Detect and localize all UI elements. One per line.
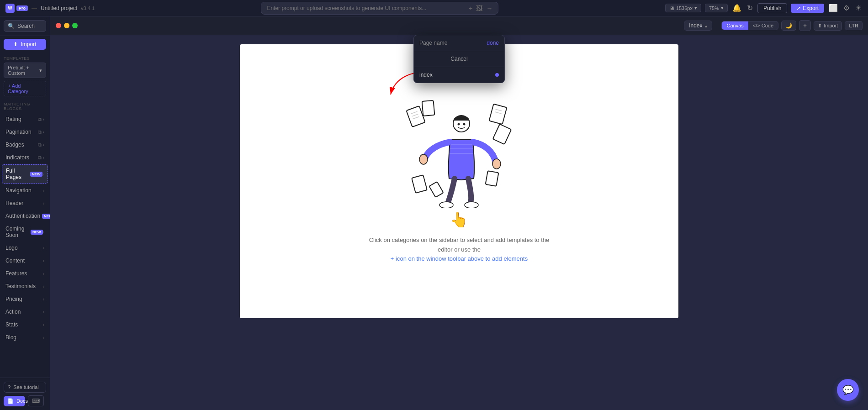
sidebar-item-indicators[interactable]: Indicators ⧉ › <box>2 152 48 163</box>
svg-rect-5 <box>489 104 507 124</box>
sidebar-item-label: Pricing <box>5 296 22 302</box>
svg-point-17 <box>465 202 478 208</box>
device-width: 1536px <box>676 5 693 11</box>
sidebar-item-pagination[interactable]: Pagination ⧉ › <box>2 126 48 138</box>
sidebar-item-label: Action <box>5 309 21 315</box>
topbar-center: + 🖼 → <box>98 2 662 15</box>
pointing-hand-emoji: 👆 <box>450 211 468 228</box>
new-badge: NEW <box>31 230 43 235</box>
notifications-icon[interactable]: 🔔 <box>731 3 742 13</box>
settings-icon[interactable]: ⚙ <box>842 3 851 13</box>
theme-icon[interactable]: ☀ <box>854 3 863 13</box>
ltr-button[interactable]: LTR <box>845 21 863 30</box>
tablet-icon[interactable]: ⬜ <box>828 3 839 13</box>
refresh-icon[interactable]: ↻ <box>746 3 754 13</box>
canvas-code-toggle: Canvas </> Code <box>721 21 778 30</box>
dark-mode-button[interactable]: 🌙 <box>781 21 796 31</box>
sidebar-item-coming-soon[interactable]: Coming Soon NEW › <box>2 223 48 241</box>
chevron-right-icon: › <box>42 155 44 161</box>
question-icon: ? <box>8 384 11 390</box>
sidebar-item-pricing[interactable]: Pricing › <box>2 293 48 305</box>
sidebar-item-action[interactable]: Action › <box>2 306 48 318</box>
sidebar-item-label: Blog <box>5 334 16 341</box>
pro-badge: Pro <box>16 5 28 11</box>
monitor-icon: 🖥 <box>669 5 674 11</box>
window-chrome: Index ▴ Canvas </> Code 🌙 + ⬆ Import LTR <box>50 16 868 35</box>
done-button[interactable]: done <box>487 40 499 46</box>
svg-point-18 <box>458 123 460 125</box>
sidebar-item-navigation[interactable]: Navigation › <box>2 184 48 196</box>
chevron-right-icon: › <box>42 172 44 177</box>
chevron-right-icon: › <box>43 201 44 206</box>
upload-icon: ⬆ <box>818 23 822 29</box>
sidebar-item-rating[interactable]: Rating ⧉ › <box>2 113 48 125</box>
docs-icon: 📄 <box>7 398 14 404</box>
sidebar-item-label: Header <box>5 200 23 206</box>
svg-rect-11 <box>486 171 499 186</box>
chat-bubble-button[interactable]: 💬 <box>837 379 859 401</box>
chevron-right-icon: › <box>43 271 44 276</box>
sidebar-item-label: Badges <box>5 142 24 148</box>
search-button[interactable]: 🔍 Search <box>4 20 46 32</box>
page-selector-label: Index <box>689 22 702 29</box>
sidebar-item-features[interactable]: Features › <box>2 268 48 279</box>
sidebar-item-stats[interactable]: Stats › <box>2 319 48 331</box>
prompt-input[interactable] <box>267 5 465 11</box>
sidebar-item-blog[interactable]: Blog › <box>2 331 48 343</box>
prompt-bar[interactable]: + 🖼 → <box>261 2 498 15</box>
see-tutorial-button[interactable]: ? See tutorial <box>4 382 46 393</box>
chevron-right-icon: › <box>43 310 44 315</box>
export-button[interactable]: ↗ Export <box>791 4 824 13</box>
sidebar-footer: ? See tutorial 📄 Docs ⌨ <box>0 378 50 410</box>
svg-point-19 <box>463 123 466 125</box>
sidebar-item-authentication[interactable]: Authentication NEW › <box>2 210 48 222</box>
import-button[interactable]: ⬆ Import <box>4 39 46 50</box>
templates-label: TEMPLATES <box>0 53 50 63</box>
close-traffic-light[interactable] <box>56 23 61 28</box>
minimize-traffic-light[interactable] <box>64 23 69 28</box>
import-window-button[interactable]: ⬆ Import <box>814 21 842 31</box>
publish-button[interactable]: Publish <box>757 3 787 13</box>
page-name-label: Page name <box>419 40 447 46</box>
add-category-button[interactable]: + Add Category <box>4 81 46 96</box>
chevron-right-icon: › <box>43 188 44 193</box>
dropdown-header: Page name done <box>414 35 504 51</box>
page-selector[interactable]: Index ▴ <box>684 21 712 31</box>
sidebar-item-label: Logo <box>5 245 18 251</box>
canvas-frame: 👆 Click on categories on the sidebar to … <box>240 44 678 318</box>
import-icon: ⬆ <box>13 41 18 47</box>
copy-icon: ⧉ <box>38 116 42 122</box>
arrow-right-btn[interactable]: → <box>486 5 492 12</box>
canvas-toggle-button[interactable]: Canvas <box>722 21 748 30</box>
docs-button[interactable]: 📄 Docs <box>4 396 25 406</box>
project-name[interactable]: Untitled project <box>41 5 77 11</box>
sidebar-item-label: Authentication <box>5 213 40 219</box>
sidebar-item-header[interactable]: Header › <box>2 197 48 209</box>
marketing-blocks-label: MARKETING BLOCKS <box>0 100 50 113</box>
add-prompt-btn[interactable]: + <box>469 5 472 12</box>
device-info[interactable]: 🖥 1536px ▾ <box>665 4 701 12</box>
maximize-traffic-light[interactable] <box>72 23 78 28</box>
page-item-index[interactable]: index <box>414 67 504 83</box>
sidebar-item-content[interactable]: Content › <box>2 255 48 267</box>
cancel-button[interactable]: Cancel <box>414 51 504 67</box>
sidebar-item-full-pages[interactable]: Full Pages NEW › <box>2 164 48 184</box>
templates-dropdown[interactable]: Prebuilt + Custom ▾ <box>4 63 46 78</box>
code-toggle-button[interactable]: </> Code <box>748 21 778 30</box>
editor-area: Index ▴ Canvas </> Code 🌙 + ⬆ Import LTR <box>50 16 868 410</box>
image-upload-btn[interactable]: 🖼 <box>476 5 482 12</box>
canvas-area[interactable]: 👆 Click on categories on the sidebar to … <box>50 35 868 410</box>
sidebar-item-label: Indicators <box>5 154 29 161</box>
sidebar-item-badges[interactable]: Badges ⧉ › <box>2 139 48 151</box>
copy-icon: ⧉ <box>38 142 42 148</box>
page-dropdown: Page name done Cancel index <box>413 35 505 83</box>
keyboard-icon[interactable]: ⌨ <box>28 395 44 406</box>
sidebar-item-label: Navigation <box>5 187 32 194</box>
chevron-right-icon: › <box>42 116 44 122</box>
zoom-info[interactable]: 75% ▾ <box>705 4 728 12</box>
main-layout: 🔍 Search ⬆ Import TEMPLATES Prebuilt + C… <box>0 16 868 410</box>
sidebar-item-testimonials[interactable]: Testimonials › <box>2 280 48 292</box>
sidebar-item-logo[interactable]: Logo › <box>2 242 48 254</box>
add-element-button[interactable]: + <box>799 20 811 31</box>
chevron-right-icon: › <box>43 246 44 251</box>
